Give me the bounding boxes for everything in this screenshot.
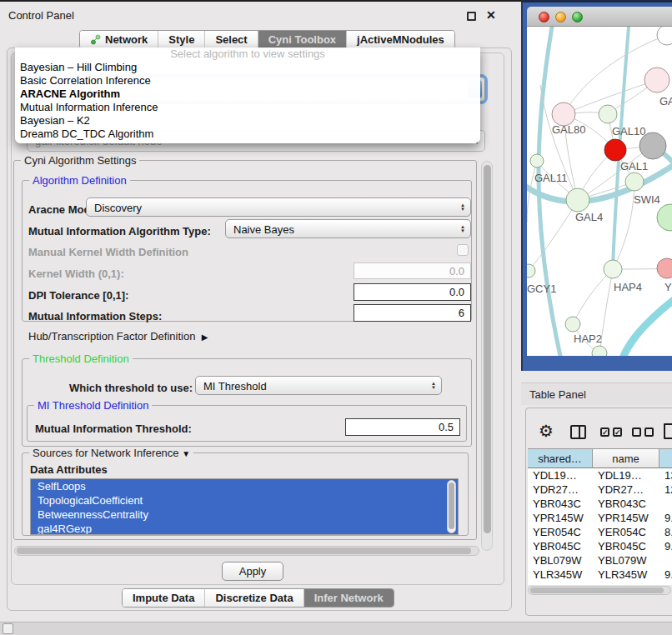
node-label: HAP2 — [574, 332, 602, 345]
hub-expander[interactable]: Hub/Transcription Factor Definition ▶ — [28, 330, 208, 342]
node-table: shared… name A YDL19… YDL19… 13 YDR27… Y… — [528, 448, 672, 585]
close-panel-icon[interactable]: ✕ — [486, 8, 496, 22]
algorithm-definition-title: Algorithm Definition — [29, 174, 130, 187]
settings-vertical-scrollbar[interactable] — [481, 161, 493, 551]
mi-threshold-definition-title: MI Threshold Definition — [34, 399, 152, 412]
panel-corner-icon[interactable] — [3, 623, 13, 634]
attribute-list-scrollbar[interactable] — [447, 480, 456, 533]
tab-select-label: Select — [215, 33, 247, 46]
which-threshold-label: Which threshold to use: — [69, 382, 193, 394]
node-gal80[interactable] — [552, 102, 575, 126]
node-gal4[interactable] — [566, 188, 589, 212]
column-header-shared-name[interactable]: shared… — [528, 448, 593, 468]
table-header-row: shared… name A — [528, 448, 672, 468]
kernel-width-label: Kernel Width (0,1): — [28, 268, 124, 280]
dropdown-item-aracne[interactable]: ARACNE Algorithm — [15, 88, 480, 101]
mi-algorithm-type-combo[interactable]: Naive Bayes ▲▼ — [225, 219, 471, 238]
node-hap2[interactable] — [565, 317, 580, 332]
network-window-titlebar[interactable] — [527, 7, 672, 27]
tab-network[interactable]: Network — [80, 31, 158, 48]
which-threshold-value: MI Threshold — [203, 379, 267, 392]
data-attributes-label: Data Attributes — [30, 463, 108, 476]
node-red-selected[interactable] — [604, 139, 626, 161]
tab-select[interactable]: Select — [204, 31, 257, 48]
node-unlabeled[interactable] — [657, 27, 672, 45]
node-y-pink[interactable] — [657, 258, 672, 278]
settings-horizontal-scrollbar[interactable] — [14, 546, 479, 556]
dropdown-item-bayesian-k2[interactable]: Bayesian – K2 — [15, 114, 480, 128]
apply-button[interactable]: Apply — [222, 562, 283, 581]
checked-checkbox-icon[interactable]: ✓ — [613, 428, 622, 437]
aracne-mode-combo[interactable]: Discovery ▲▼ — [86, 198, 471, 217]
cyni-bottom-tabs: Impute Data Discretize Data Infer Networ… — [122, 588, 394, 608]
sources-group-title[interactable]: Sources for Network Inference ▼ — [29, 447, 193, 460]
table-row[interactable]: YLR345W YLR345W 9. — [528, 568, 672, 582]
table-panel-bar: Table Panel — [521, 382, 672, 405]
table-row[interactable]: YBL079W YBL079W — [528, 553, 672, 568]
list-item[interactable]: BetweennessCentrality — [31, 508, 458, 522]
gear-icon[interactable]: ⚙ — [539, 422, 554, 439]
node-label: GAL80 — [552, 123, 585, 136]
unchecked-checkbox-icon[interactable] — [632, 428, 641, 437]
dropdown-item-bayesian-hill-climbing[interactable]: Bayesian – Hill Climbing — [15, 61, 480, 74]
node-gcy1[interactable] — [527, 264, 535, 278]
mi-threshold-label: Mutual Information Threshold: — [35, 422, 192, 435]
zoom-window-icon[interactable] — [572, 12, 583, 22]
columns-icon[interactable] — [570, 425, 586, 439]
document-icon[interactable] — [664, 423, 672, 439]
node-bottom-green[interactable] — [592, 346, 607, 356]
kernel-width-field[interactable]: 0.0 — [354, 262, 471, 279]
tab-impute-data[interactable]: Impute Data — [123, 589, 204, 607]
mi-algorithm-type-value: Naive Bayes — [233, 222, 294, 235]
table-row[interactable]: YIL052C YIL052C 9. — [528, 582, 672, 585]
unchecked-checkbox-icon[interactable] — [644, 428, 654, 437]
checked-checkbox-icon[interactable]: ✓ — [600, 428, 609, 437]
table-row[interactable]: YBR045C YBR045C 9. — [528, 539, 672, 553]
node-label: HAP4 — [614, 281, 642, 293]
dropdown-placeholder: Select algorithm to view settings — [15, 48, 480, 61]
mi-steps-field[interactable]: 6 — [354, 304, 471, 322]
node-green-right[interactable] — [657, 204, 672, 231]
node-gal-top[interactable] — [644, 68, 669, 92]
dropdown-item-basic-correlation[interactable]: Basic Correlation Inference — [15, 74, 480, 88]
collapsed-triangle-icon: ▶ — [202, 332, 208, 342]
table-row[interactable]: YER054C YER054C 8. — [528, 525, 672, 539]
table-row[interactable]: YDR27… YDR27… 12 — [528, 482, 672, 497]
table-horizontal-scrollbar[interactable] — [528, 586, 671, 595]
combo-stepper-icon: ▲▼ — [460, 225, 465, 233]
column-header-partial[interactable]: A — [659, 448, 672, 468]
which-threshold-combo[interactable]: MI Threshold ▲▼ — [195, 376, 442, 395]
mi-algorithm-type-label: Mutual Information Algorithm Type: — [28, 225, 211, 238]
tab-style[interactable]: Style — [158, 31, 204, 48]
window-top-edge — [0, 0, 522, 2]
node-gal10[interactable] — [599, 105, 617, 123]
node-label: GCY1 — [527, 282, 556, 295]
list-item[interactable]: gal4RGexp — [31, 522, 458, 535]
dpi-tolerance-field[interactable]: 0.0 — [354, 283, 471, 301]
float-panel-icon[interactable] — [467, 12, 476, 21]
node-label: Y — [664, 281, 672, 293]
manual-kernel-width-checkbox[interactable] — [457, 244, 469, 256]
node-gal1[interactable] — [625, 172, 644, 191]
tab-discretize-data[interactable]: Discretize Data — [204, 589, 303, 607]
table-row[interactable]: YBR043C YBR043C — [528, 497, 672, 511]
list-item[interactable]: SelfLoops — [31, 479, 458, 493]
threshold-definition-title: Threshold Definition — [29, 352, 133, 365]
tab-jactivemnodules[interactable]: jActiveMNodules — [346, 31, 454, 48]
tab-cyni-toolbox[interactable]: Cyni Toolbox — [258, 31, 346, 48]
network-view-canvas[interactable]: GAL GAL80 GAL10 GAL11 GAL1 SWI4 GAL4 GCY… — [527, 27, 672, 356]
tab-infer-network[interactable]: Infer Network — [303, 589, 394, 607]
mi-threshold-field[interactable]: 0.5 — [345, 418, 460, 436]
dropdown-item-mutual-information[interactable]: Mutual Information Inference — [15, 101, 480, 114]
node-gal11[interactable] — [530, 154, 544, 168]
manual-kernel-width-label: Manual Kernel Width Definition — [28, 246, 188, 258]
minimize-window-icon[interactable] — [555, 12, 566, 22]
list-item[interactable]: TopologicalCoefficient — [31, 493, 458, 508]
column-header-name[interactable]: name — [593, 448, 659, 468]
dropdown-item-dream8[interactable]: Dream8 DC_TDC Algorithm — [15, 128, 480, 141]
close-window-icon[interactable] — [539, 12, 549, 22]
table-row[interactable]: YDL19… YDL19… 13 — [528, 468, 672, 482]
node-hap4[interactable] — [604, 260, 622, 278]
table-row[interactable]: YPR145W YPR145W 9. — [528, 511, 672, 525]
node-label: GAL — [659, 95, 672, 108]
